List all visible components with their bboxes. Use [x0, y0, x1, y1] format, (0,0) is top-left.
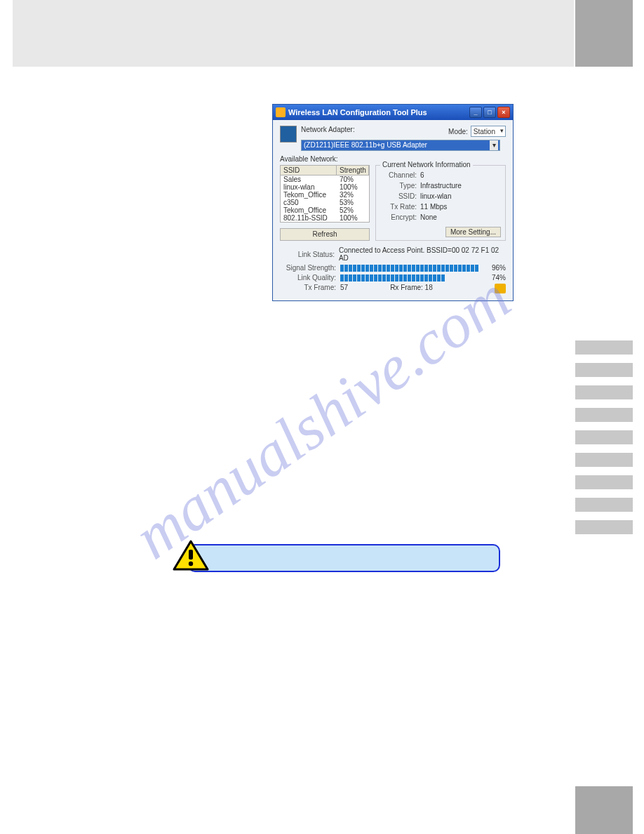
- link-quality-bar: [340, 274, 482, 282]
- channel-value: 6: [420, 171, 424, 179]
- svg-point-2: [189, 562, 193, 566]
- adapter-label: Network Adapter:: [301, 126, 355, 137]
- window-title: Wireless LAN Configuration Tool Plus: [288, 108, 427, 117]
- adapter-icon: [280, 126, 297, 143]
- mode-label: Mode:: [448, 128, 468, 135]
- column-strength[interactable]: Strength: [337, 166, 369, 175]
- link-quality-pct: 74%: [482, 274, 506, 282]
- table-row[interactable]: Tekom_Office52%: [281, 206, 369, 214]
- signal-strength-bar: [340, 265, 482, 272]
- rx-frame-label: Rx Frame:: [390, 284, 423, 291]
- column-ssid[interactable]: SSID: [281, 166, 337, 175]
- network-info-panel: Current Network Information Channel:6 Ty…: [375, 165, 506, 241]
- info-title: Current Network Information: [380, 161, 473, 168]
- adapter-select[interactable]: (ZD1211)IEEE 802.11b+g USB Adapter: [301, 140, 500, 151]
- link-status-label: Link Status:: [280, 251, 335, 258]
- maximize-button[interactable]: □: [483, 107, 496, 118]
- tx-frame-value: 57: [340, 284, 348, 293]
- table-row[interactable]: Sales70%: [281, 176, 369, 183]
- rx-frame-value: 18: [425, 284, 433, 291]
- tx-frame-label: Tx Frame:: [280, 284, 336, 293]
- encrypt-value: None: [420, 213, 437, 221]
- svg-rect-1: [189, 550, 193, 560]
- type-value: Infrastructure: [420, 182, 462, 190]
- alert-box: [188, 544, 500, 572]
- type-label: Type:: [382, 182, 417, 190]
- encrypt-label: Encrypt:: [382, 213, 417, 221]
- app-icon: [276, 107, 286, 117]
- txrate-value: 11 Mbps: [420, 203, 447, 211]
- table-row[interactable]: 802.11b-SSID100%: [281, 214, 369, 222]
- header-light-band: [13, 0, 574, 67]
- table-row[interactable]: c35053%: [281, 199, 369, 206]
- table-row[interactable]: Tekom_Office32%: [281, 191, 369, 199]
- minimize-button[interactable]: _: [469, 107, 482, 118]
- more-settings-button[interactable]: More Setting...: [445, 227, 501, 237]
- header-dark-band: [575, 0, 633, 67]
- table-row[interactable]: linux-wlan100%: [281, 183, 369, 191]
- mode-select[interactable]: Station: [471, 126, 506, 137]
- txrate-label: Tx Rate:: [382, 203, 417, 211]
- link-quality-label: Link Quality:: [280, 274, 336, 282]
- link-status-value: Connected to Access Point. BSSID=00 02 7…: [339, 246, 506, 262]
- network-table[interactable]: SSID Strength Sales70% linux-wlan100% Te…: [280, 165, 370, 223]
- warning-icon: [173, 540, 209, 572]
- ssid-label: SSID:: [382, 192, 417, 200]
- refresh-button[interactable]: Refresh: [280, 228, 370, 241]
- channel-label: Channel:: [382, 171, 417, 179]
- ssid-value: linux-wlan: [420, 192, 451, 200]
- signal-strength-label: Signal Strength:: [280, 264, 336, 272]
- close-button[interactable]: ×: [497, 107, 510, 118]
- side-stripes: [575, 340, 633, 543]
- titlebar[interactable]: Wireless LAN Configuration Tool Plus _ □…: [273, 105, 513, 120]
- status-icon: [495, 284, 506, 293]
- signal-strength-pct: 96%: [482, 264, 506, 272]
- watermark-text: manualshive.com: [121, 261, 523, 573]
- wlan-config-dialog: Wireless LAN Configuration Tool Plus _ □…: [272, 104, 514, 301]
- footer-dark-band: [575, 786, 633, 834]
